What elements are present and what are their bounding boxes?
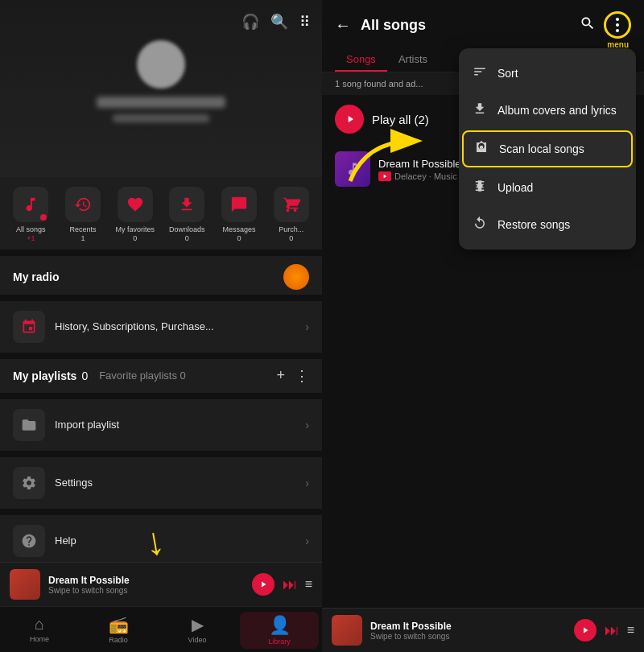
import-playlist-item[interactable]: Import playlist › (0, 399, 322, 451)
nav-home[interactable]: ⌂ Home (0, 612, 79, 649)
username-blurred (97, 97, 225, 108)
right-np-queue-icon[interactable]: ≡ (627, 623, 634, 638)
library-label: Library (268, 638, 291, 646)
playlists-section: My playlists 0 Favorite playlists 0 + ⋮ (0, 359, 322, 393)
settings-item[interactable]: Settings › (0, 457, 322, 509)
song-artist: Delacey · Music (394, 171, 457, 181)
menu-sort-label: Sort (497, 67, 518, 80)
menu-item-sort[interactable]: Sort (459, 55, 636, 92)
my-radio-section: My radio (0, 256, 322, 295)
playlist-actions: + ⋮ (276, 367, 309, 385)
sort-icon (472, 64, 488, 82)
messages-label: Messages (223, 225, 256, 234)
dropdown-menu: Sort Album covers and lyrics Scan local … (459, 48, 636, 250)
all-songs-badge: +1 (27, 234, 35, 243)
all-songs-label: All songs (16, 225, 46, 234)
right-np-title: Dream It Possible (370, 621, 566, 632)
downloads-count: 0 (185, 234, 189, 243)
menu-dot-3 (616, 29, 619, 32)
menu-button[interactable]: menu (604, 11, 631, 39)
library-icon: 👤 (269, 615, 291, 636)
my-radio-header: My radio (0, 256, 322, 295)
help-item[interactable]: Help › (0, 515, 322, 562)
np-title: Dream It Possible (48, 575, 244, 586)
search-button[interactable] (580, 15, 596, 35)
right-title: All songs (361, 17, 580, 34)
purchases-icon-box (274, 187, 309, 222)
help-icon-box (13, 525, 45, 557)
purchases-count: 0 (289, 234, 293, 243)
nav-radio[interactable]: 📻 Radio (79, 612, 158, 649)
radio-icon: 📻 (109, 615, 129, 634)
user-sub-blurred (113, 114, 209, 122)
import-playlist-label: Import playlist (55, 419, 295, 431)
np-skip-icon[interactable]: ⏭ (283, 576, 297, 593)
my-radio-title: My radio (13, 270, 60, 283)
recents-label: Recents (69, 225, 96, 234)
headphones-icon[interactable]: 🎧 (242, 13, 259, 31)
back-button[interactable]: ← (335, 16, 351, 35)
quick-favorites[interactable]: My favorites 0 (110, 187, 159, 243)
tab-songs[interactable]: Songs (335, 47, 387, 72)
nav-library[interactable]: 👤 Library (240, 612, 319, 649)
bottom-nav: ⌂ Home 📻 Radio ▶ Video 👤 Library (0, 606, 322, 652)
right-now-playing[interactable]: Dream It Possible Swipe to switch songs … (322, 608, 644, 652)
right-np-info: Dream It Possible Swipe to switch songs (370, 621, 566, 641)
now-playing-bar[interactable]: Dream It Possible Swipe to switch songs … (0, 562, 322, 606)
history-label: History, Subscriptions, Purchase... (55, 320, 295, 332)
menu-dots (616, 18, 619, 32)
menu-item-upload[interactable]: Upload (459, 169, 636, 206)
quick-downloads[interactable]: Downloads 0 (163, 187, 212, 243)
history-item[interactable]: History, Subscriptions, Purchase... › (0, 301, 322, 353)
right-np-skip-icon[interactable]: ⏭ (605, 622, 619, 639)
nav-video[interactable]: ▶ Video (158, 612, 237, 649)
quick-messages[interactable]: Messages 0 (215, 187, 264, 243)
video-icon: ▶ (192, 615, 204, 634)
yt-badge (378, 171, 391, 181)
favorite-playlists-label: Favorite playlists 0 (99, 369, 186, 382)
import-chevron: › (305, 419, 309, 431)
search-icon[interactable]: 🔍 (270, 13, 288, 31)
downloads-label: Downloads (169, 225, 205, 234)
np-queue-icon[interactable]: ≡ (305, 577, 312, 592)
playlists-count: 0 (81, 369, 88, 382)
import-icon-box (13, 409, 45, 441)
avatar (137, 40, 185, 89)
play-all-text: Play all (2) (372, 113, 429, 126)
tab-artists[interactable]: Artists (387, 47, 439, 72)
header-icons: 🎧 🔍 ⠿ (242, 13, 309, 31)
header-actions: menu (580, 11, 631, 39)
messages-count: 0 (237, 234, 242, 243)
song-info-text: 1 song found and ad... (335, 79, 423, 89)
quick-all-songs[interactable]: All songs +1 (6, 187, 56, 243)
menu-item-scan-local[interactable]: Scan local songs (462, 130, 633, 167)
settings-label: Settings (55, 477, 295, 489)
video-label: Video (188, 636, 207, 644)
right-panel: ← All songs menu Songs Artists 1 s (322, 0, 644, 652)
menu-upload-label: Upload (497, 181, 533, 194)
menu-dot-1 (616, 18, 619, 21)
radio-label: Radio (109, 636, 128, 644)
settings-icon-box (13, 467, 45, 499)
play-all-button[interactable] (335, 105, 364, 134)
purchases-label: Purch... (279, 225, 303, 234)
recents-icon-box (65, 187, 101, 222)
favorites-label: My favorites (115, 225, 155, 234)
quick-purchases[interactable]: Purch... 0 (266, 187, 316, 243)
restore-icon (472, 216, 488, 233)
upload-icon (472, 179, 488, 196)
song-thumbnail (335, 151, 370, 187)
quick-recents[interactable]: Recents 1 (59, 187, 108, 243)
messages-icon-box (221, 187, 257, 222)
history-icon-box (13, 311, 45, 343)
history-chevron: › (305, 320, 309, 333)
more-playlist-icon[interactable]: ⋮ (295, 367, 309, 385)
add-playlist-icon[interactable]: + (276, 367, 285, 384)
right-np-play-button[interactable] (574, 619, 597, 642)
np-play-button[interactable] (252, 573, 275, 596)
more-icon[interactable]: ⠿ (299, 13, 309, 31)
menu-item-album-covers[interactable]: Album covers and lyrics (459, 92, 636, 129)
menu-item-restore[interactable]: Restore songs (459, 206, 636, 243)
np-controls: ⏭ ≡ (252, 573, 312, 596)
menu-dot-2 (616, 23, 619, 27)
